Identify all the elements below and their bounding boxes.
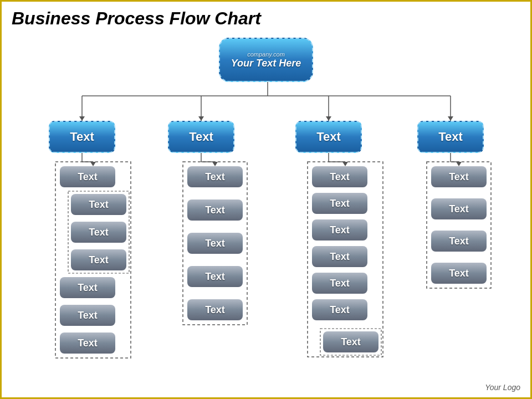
logo-text: Your Logo [485,383,520,392]
svg-marker-5 [198,116,204,121]
l2-node-col0-row0: Text [60,166,115,187]
l2-node-col2-row5: Text [312,299,367,320]
root-node: company.com Your Text Here [219,38,313,82]
l2-node-col2-row4: Text [312,273,367,294]
l1-node-l1c: Text [295,121,362,153]
svg-marker-22 [342,162,348,166]
l2-node-col1-row3: Text [187,266,243,287]
l2-node-col0-row5: Text [60,305,115,326]
svg-marker-18 [212,162,218,166]
root-label-main: Your Text Here [231,58,301,69]
svg-marker-7 [326,116,331,121]
svg-marker-9 [448,116,453,121]
l2-node-col0-row3: Text [71,249,126,270]
l2-node-col0-row2: Text [71,222,126,243]
l2-node-col2-row1: Text [312,193,367,214]
l2-node-col3-row3: Text [431,263,487,284]
l2-node-col0-row6: Text [60,332,115,354]
page-title: Business Process Flow Chart [2,2,530,32]
l2-node-col3-row2: Text [431,231,487,252]
l2-node-col0-row4: Text [60,277,115,298]
l1-node-l1a: Text [49,121,115,153]
svg-marker-13 [90,162,96,166]
chart-area: company.com Your Text Here TextTextTextT… [2,32,530,398]
l2-node-col2-row2: Text [312,219,367,241]
l2-node-col2-row6: Text [323,331,378,352]
l2-node-col1-row0: Text [187,166,243,187]
l2-node-col1-row2: Text [187,233,243,254]
l2-node-col3-row0: Text [431,166,487,187]
l2-node-col1-row1: Text [187,200,243,221]
l2-node-col1-row4: Text [187,299,243,320]
l1-node-l1d: Text [417,121,484,153]
l2-node-col2-row0: Text [312,166,367,187]
svg-marker-27 [456,162,462,166]
svg-marker-3 [79,116,85,121]
l2-node-col3-row1: Text [431,198,487,219]
root-label-top: company.com [247,51,285,58]
l2-node-col0-row1: Text [71,194,126,215]
l2-node-col2-row3: Text [312,246,367,267]
l1-node-l1b: Text [168,121,234,153]
